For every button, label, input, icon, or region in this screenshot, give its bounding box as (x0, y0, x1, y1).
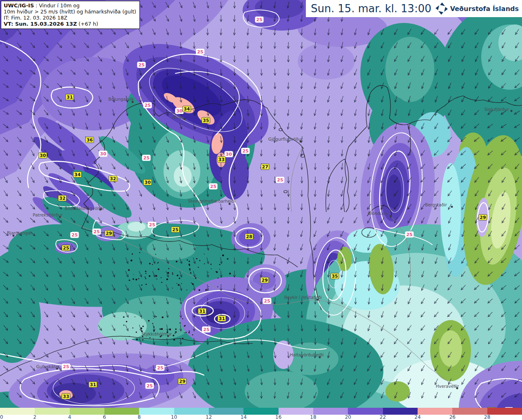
place-dot (390, 215, 392, 217)
gust-badge: 31 (217, 316, 226, 322)
contour-label: 25 (241, 148, 250, 154)
gust-badge: 29 (478, 214, 487, 221)
gust-badge: 28 (245, 234, 253, 240)
gust-badge: 25 (171, 227, 179, 233)
place-label: Bergstaðir (425, 202, 447, 207)
gust-badge: 33 (217, 157, 226, 163)
model-name: UWC/IG-IS (4, 2, 34, 9)
legend-tick: 12 (206, 414, 212, 420)
gust-badge: 29 (178, 378, 186, 385)
legend-tick: 8 (138, 414, 141, 420)
contour-label: 25 (202, 327, 210, 333)
contour-label: 25 (405, 232, 414, 238)
contour-label: 25 (145, 383, 154, 389)
gust-badge: 29 (260, 277, 269, 283)
gust-badge: 36 (85, 137, 94, 143)
legend-tick: 2 (33, 414, 37, 420)
legend-tick: 16 (275, 414, 281, 420)
place-label: Stykkishólmur (142, 332, 172, 336)
gust-badge: 35 (201, 117, 210, 124)
gust-badge: 34 (73, 172, 82, 178)
legend-tick-labels: 0246810121416182022242628 (0, 415, 522, 420)
legend-tick: 14 (241, 414, 247, 420)
legend-tick: 24 (414, 414, 420, 420)
gust-badge: 33 (62, 393, 70, 400)
legend-segment (383, 408, 418, 415)
place-label: Bolungarvík (108, 97, 134, 102)
legend-tick: 4 (68, 414, 71, 420)
legend-color-bar (0, 408, 522, 415)
contour-label: 25 (92, 229, 101, 235)
gust-badge: 29 (104, 230, 113, 237)
legend-tick: 26 (449, 414, 456, 420)
contour-label: 25 (263, 298, 271, 304)
contour-label: 25 (70, 232, 79, 238)
contour-label: 25 (137, 62, 146, 68)
legend-segment (487, 408, 522, 415)
legend-tick: 22 (380, 414, 386, 420)
place-label: Æðey (172, 115, 184, 119)
legend-tick: 10 (171, 414, 177, 420)
contour-label: 25 (62, 364, 70, 370)
legend-segment (70, 408, 104, 415)
place-label: Blönduós (368, 211, 387, 216)
gust-badge: 35 (330, 273, 339, 279)
legend-segment (0, 408, 35, 415)
valid-time: VT: Sun. 15.03.2026 13Z (+67 h) (4, 21, 136, 27)
gust-badge: 30 (143, 179, 152, 186)
init-time: IT: Fim. 12. 03. 2026 18Z (4, 15, 136, 21)
place-label: Siglufjörður (484, 107, 509, 112)
vedurstofa-pinwheel-icon (436, 2, 448, 15)
legend-segment (104, 408, 139, 415)
place-dot (511, 110, 513, 112)
place-label: Reykir í Hrútafirði (284, 295, 322, 300)
org-name: Veðurstofa Íslands (450, 5, 519, 13)
header-info-box: UWC/IG-IS : Vindur í 10m og 10m hviður >… (1, 1, 140, 29)
gust-badge: 32 (108, 176, 117, 182)
contour-label: 25 (276, 177, 284, 183)
legend-segment (418, 408, 452, 415)
weather-map-product: 2525252530302525302525252525252525252525… (0, 0, 522, 420)
legend-segment (35, 408, 69, 415)
contour-label: 25 (148, 222, 156, 228)
contour-label: 25 (196, 49, 204, 55)
legend-segment (313, 408, 348, 415)
place-label: Gufuskálar (36, 364, 60, 369)
place-label: Bjargtangar (7, 230, 32, 235)
contour-label: 25 (142, 155, 150, 161)
legend-tick: 18 (310, 414, 316, 420)
legend-segment (348, 408, 383, 415)
valid-date-text: Sun. 15. mar. kl. 13:00 (311, 2, 431, 15)
contour-label: 30 (99, 151, 107, 157)
contour-label: 25 (255, 17, 263, 23)
legend-segment (452, 408, 487, 415)
gust-badge: 31 (88, 382, 97, 388)
legend-tick: 20 (345, 414, 351, 420)
legend-segment (139, 408, 174, 415)
date-banner: Sun. 15. mar. kl. 13:00 Veðurstofa Íslan… (306, 0, 522, 17)
place-label: Steingrímsfjarðarheiði (188, 199, 235, 203)
product-description: 10m hviður > 25 m/s (hvítt) og hámarkshv… (4, 9, 136, 15)
legend-tick: 28 (484, 414, 490, 420)
gust-badge: 31 (198, 308, 206, 314)
gust-badge: 27 (261, 164, 269, 170)
gust-badge: 32 (58, 195, 66, 201)
gust-badge: 31 (65, 94, 74, 100)
contour-label: 25 (143, 102, 152, 108)
place-dot (451, 206, 453, 208)
place-label: Bíldudalsflugvöllur (64, 206, 104, 211)
place-label: Gjögurflugvöllur (268, 137, 303, 141)
legend-segment (174, 408, 209, 415)
place-label: Hveravellir (436, 384, 459, 389)
product-title: UWC/IG-IS : Vindur í 10m og (4, 2, 136, 9)
legend-tick: 6 (103, 414, 106, 420)
gust-badge: 25 (62, 245, 70, 251)
legend-segment (243, 408, 278, 415)
gust-badge: 34 (182, 106, 191, 112)
legend-segment (209, 408, 243, 415)
legend-tick: 0 (0, 414, 3, 420)
legend: 0246810121416182022242628 (0, 408, 522, 420)
contour-label: 25 (156, 365, 164, 371)
org-brand: Veðurstofa Íslands (436, 2, 519, 15)
contour-label: 30 (224, 151, 233, 157)
